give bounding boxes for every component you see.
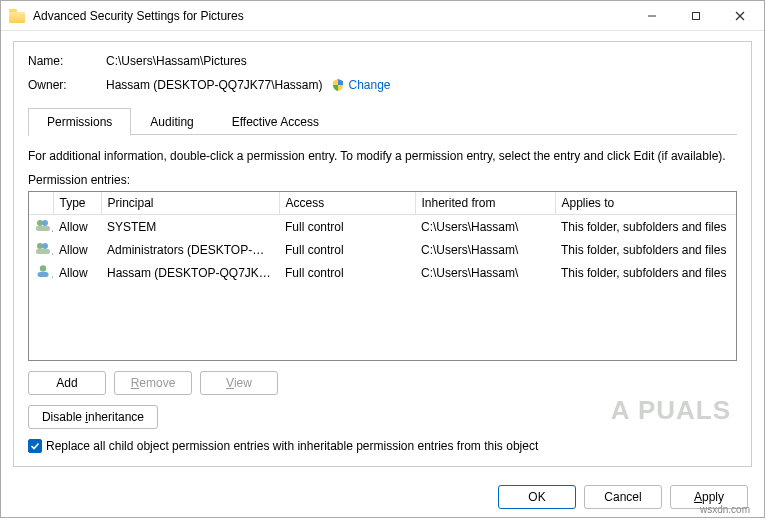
tab-auditing[interactable]: Auditing: [131, 108, 212, 135]
permissions-table-container: Type Principal Access Inherited from App…: [28, 191, 737, 361]
owner-value: Hassam (DESKTOP-QQ7JK77\Hassam): [106, 78, 323, 92]
cell-inherited: C:\Users\Hassam\: [415, 261, 555, 284]
replace-checkbox-label[interactable]: Replace all child object permission entr…: [46, 439, 538, 453]
close-button[interactable]: [718, 1, 762, 30]
ok-button[interactable]: OK: [498, 485, 576, 509]
svg-rect-9: [36, 249, 50, 254]
entries-label: Permission entries:: [28, 173, 737, 187]
tabs: Permissions Auditing Effective Access: [28, 108, 737, 135]
table-row[interactable]: AllowHassam (DESKTOP-QQ7JK77\...Full con…: [29, 261, 736, 284]
name-label: Name:: [28, 54, 106, 68]
owner-label: Owner:: [28, 78, 106, 92]
cell-principal: SYSTEM: [101, 215, 279, 239]
window-controls: [630, 1, 762, 30]
info-text: For additional information, double-click…: [28, 149, 737, 163]
principal-icon: [35, 264, 51, 278]
name-row: Name: C:\Users\Hassam\Pictures: [28, 54, 737, 68]
cell-type: Allow: [53, 261, 101, 284]
inner-panel: Name: C:\Users\Hassam\Pictures Owner: Ha…: [13, 41, 752, 467]
cell-applies: This folder, subfolders and files: [555, 215, 736, 239]
cell-principal: Hassam (DESKTOP-QQ7JK77\...: [101, 261, 279, 284]
replace-checkbox[interactable]: [28, 439, 42, 453]
disable-inheritance-button[interactable]: Disable inheritance: [28, 405, 158, 429]
replace-checkbox-row: Replace all child object permission entr…: [28, 439, 737, 453]
minimize-button[interactable]: [630, 1, 674, 30]
cell-inherited: C:\Users\Hassam\: [415, 238, 555, 261]
table-row[interactable]: AllowSYSTEMFull controlC:\Users\Hassam\T…: [29, 215, 736, 239]
cell-inherited: C:\Users\Hassam\: [415, 215, 555, 239]
svg-point-5: [42, 220, 48, 226]
attribution-text: wsxdn.com: [700, 504, 750, 515]
owner-row: Owner: Hassam (DESKTOP-QQ7JK77\Hassam) C…: [28, 78, 737, 92]
svg-rect-1: [693, 12, 700, 19]
name-value: C:\Users\Hassam\Pictures: [106, 54, 247, 68]
content-area: Name: C:\Users\Hassam\Pictures Owner: Ha…: [1, 31, 764, 475]
svg-point-10: [40, 265, 46, 271]
cell-applies: This folder, subfolders and files: [555, 261, 736, 284]
cell-type: Allow: [53, 238, 101, 261]
cell-access: Full control: [279, 215, 415, 239]
remove-button[interactable]: Remove: [114, 371, 192, 395]
principal-icon: [35, 218, 51, 232]
tab-permissions[interactable]: Permissions: [28, 108, 131, 136]
change-owner-link[interactable]: Change: [349, 78, 391, 92]
col-type-header[interactable]: Type: [53, 192, 101, 215]
add-button[interactable]: Add: [28, 371, 106, 395]
svg-rect-11: [38, 272, 49, 277]
folder-icon: [9, 9, 25, 23]
col-icon-header[interactable]: [29, 192, 53, 215]
svg-point-8: [42, 243, 48, 249]
cancel-button[interactable]: Cancel: [584, 485, 662, 509]
col-principal-header[interactable]: Principal: [101, 192, 279, 215]
window-title: Advanced Security Settings for Pictures: [33, 9, 630, 23]
maximize-button[interactable]: [674, 1, 718, 30]
cell-principal: Administrators (DESKTOP-QQ...: [101, 238, 279, 261]
inheritance-row: Disable inheritance: [28, 405, 737, 429]
cell-applies: This folder, subfolders and files: [555, 238, 736, 261]
col-inherited-header[interactable]: Inherited from: [415, 192, 555, 215]
table-header-row: Type Principal Access Inherited from App…: [29, 192, 736, 215]
permissions-table[interactable]: Type Principal Access Inherited from App…: [29, 192, 736, 284]
entry-buttons-row: Add Remove View: [28, 371, 737, 395]
svg-rect-6: [36, 226, 50, 231]
col-applies-header[interactable]: Applies to: [555, 192, 736, 215]
cell-access: Full control: [279, 238, 415, 261]
table-row[interactable]: AllowAdministrators (DESKTOP-QQ...Full c…: [29, 238, 736, 261]
shield-icon: [331, 78, 345, 92]
cell-access: Full control: [279, 261, 415, 284]
principal-icon: [35, 241, 51, 255]
col-access-header[interactable]: Access: [279, 192, 415, 215]
view-button[interactable]: View: [200, 371, 278, 395]
dialog-buttons: OK Cancel Apply: [1, 475, 764, 517]
security-settings-window: Advanced Security Settings for Pictures …: [0, 0, 765, 518]
tab-effective-access[interactable]: Effective Access: [213, 108, 338, 135]
titlebar: Advanced Security Settings for Pictures: [1, 1, 764, 31]
cell-type: Allow: [53, 215, 101, 239]
